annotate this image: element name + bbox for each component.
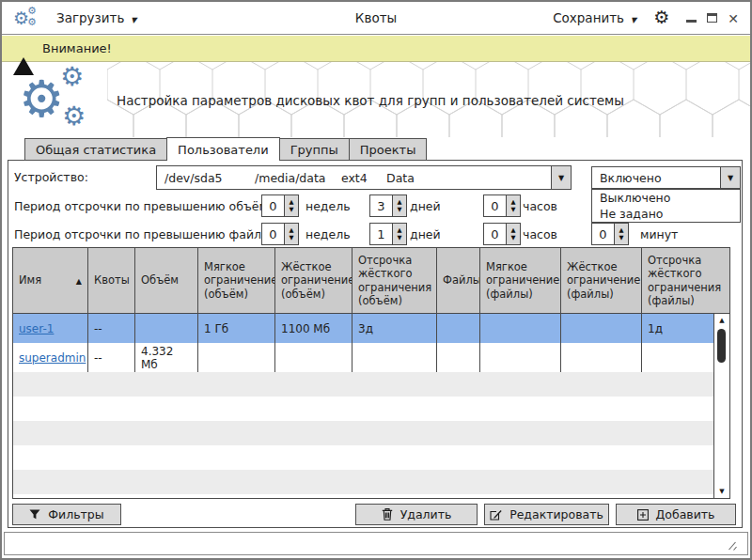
warning-banner: ! Внимание! — [2, 36, 750, 62]
settings-gear-icon[interactable] — [653, 8, 669, 27]
delete-button-label: Удалить — [400, 507, 452, 521]
column-header-volume[interactable]: Объём — [135, 248, 198, 313]
spinner-arrows[interactable] — [284, 224, 298, 244]
volume-hours-spinner[interactable]: 0 — [483, 194, 521, 217]
gear-icon — [19, 74, 64, 125]
column-header-quotas[interactable]: Квоты — [88, 248, 135, 313]
column-header-name[interactable]: Имя — [13, 248, 88, 313]
volume-days-spinner[interactable]: 3 — [369, 194, 407, 217]
scrollbar-thumb[interactable] — [717, 329, 726, 363]
spinner-arrows[interactable] — [506, 224, 520, 244]
spinner-arrows[interactable] — [284, 195, 298, 216]
files-hours-spinner[interactable]: 0 — [483, 223, 521, 245]
column-header-grace-files[interactable]: Отсрочка жёсткого ограничения (файлы) — [642, 248, 729, 313]
down-arrow-icon[interactable] — [511, 207, 516, 213]
dropdown-option-unset[interactable]: Не задано — [592, 206, 740, 222]
cell-grace-files: 1д — [642, 314, 713, 343]
save-menu-button[interactable]: Сохранить — [553, 10, 636, 25]
spinner-arrows[interactable] — [392, 195, 406, 216]
tab-groups[interactable]: Группы — [279, 138, 350, 161]
tab-general-statistics[interactable]: Общая статистика — [24, 138, 167, 161]
up-arrow-icon[interactable] — [290, 227, 294, 234]
column-header-label: Объём — [141, 273, 179, 287]
cell-name: user-1 — [13, 314, 88, 343]
minimize-icon[interactable] — [686, 20, 697, 23]
spinner-value: 0 — [262, 224, 284, 244]
up-arrow-icon[interactable] — [511, 199, 516, 206]
load-menu-button[interactable]: Загрузить — [56, 10, 137, 25]
vertical-scrollbar[interactable] — [713, 314, 729, 498]
column-header-soft-volume[interactable]: Мягкое ограничение (объём) — [198, 248, 275, 313]
table-row-superadmin[interactable]: superadmin -- 4.332 Мб — [13, 343, 713, 372]
volume-weeks-spinner[interactable]: 0 — [261, 194, 299, 217]
up-arrow-icon[interactable] — [398, 227, 402, 234]
gear-icon — [27, 17, 37, 27]
device-label: Устройство: — [14, 170, 88, 184]
down-arrow-icon[interactable] — [398, 235, 402, 241]
up-arrow-icon[interactable] — [511, 227, 516, 234]
up-arrow-icon[interactable] — [619, 227, 624, 234]
down-arrow-icon[interactable] — [511, 235, 516, 241]
files-days-spinner[interactable]: 1 — [369, 223, 407, 245]
down-arrow-icon[interactable] — [619, 235, 624, 241]
up-arrow-icon[interactable] — [398, 199, 402, 206]
tab-users[interactable]: Пользователи — [166, 137, 280, 161]
scroll-up-icon[interactable] — [714, 317, 729, 324]
close-icon[interactable] — [728, 9, 739, 27]
add-button-label: Добавить — [656, 507, 715, 521]
chevron-down-icon — [631, 10, 636, 25]
cell-grace-files — [642, 343, 713, 372]
funnel-icon — [29, 509, 40, 520]
chevron-down-icon[interactable] — [720, 167, 740, 188]
maximize-icon[interactable] — [707, 13, 717, 23]
delete-button[interactable]: Удалить — [355, 504, 478, 525]
cell-grace-volume — [352, 343, 437, 372]
files-weeks-spinner[interactable]: 0 — [261, 223, 299, 245]
cell-hard-files — [561, 314, 642, 343]
column-header-label: Мягкое ограничение (объём) — [204, 260, 275, 301]
scroll-down-icon[interactable] — [714, 488, 729, 495]
empty-row — [13, 421, 713, 445]
device-select-value: /dev/sda5 /media/data ext4 Data — [157, 166, 551, 189]
quota-state-select[interactable]: Включено — [591, 166, 741, 189]
column-header-soft-files[interactable]: Мягкое ограничение (файлы) — [480, 248, 561, 313]
column-header-hard-volume[interactable]: Жёсткое ограничение (объём) — [275, 248, 352, 313]
cell-hard-files — [561, 343, 642, 372]
up-arrow-icon[interactable] — [290, 199, 294, 206]
weeks-unit-label: недель — [306, 199, 351, 213]
user-link[interactable]: superadmin — [19, 351, 86, 365]
column-header-hard-files[interactable]: Жёсткое ограничение (файлы) — [561, 248, 642, 313]
down-arrow-icon[interactable] — [290, 207, 294, 213]
device-path: /dev/sda5 — [164, 171, 255, 185]
down-arrow-icon[interactable] — [290, 235, 294, 241]
resize-grip-icon[interactable] — [726, 540, 738, 552]
device-mountpoint: /media/data — [255, 171, 341, 185]
cell-soft-volume: 1 Гб — [198, 314, 275, 343]
status-bar — [4, 532, 748, 555]
cell-soft-volume — [198, 343, 275, 372]
chevron-down-icon[interactable] — [551, 166, 571, 189]
plus-square-icon — [637, 509, 649, 521]
files-minutes-spinner[interactable]: 0 — [591, 223, 629, 245]
spinner-arrows[interactable] — [506, 195, 520, 216]
edit-button[interactable]: Редактировать — [484, 504, 609, 525]
dropdown-option-off[interactable]: Выключено — [592, 190, 740, 206]
empty-row — [13, 372, 713, 397]
column-header-grace-volume[interactable]: Отсрочка жёсткого ограничения (объём) — [352, 248, 437, 313]
grace-volume-label: Период отсрочки по превышению объёма: — [14, 199, 279, 213]
app-logo-gears-icon — [13, 5, 41, 31]
spinner-arrows[interactable] — [392, 224, 406, 244]
add-button[interactable]: Добавить — [616, 504, 736, 525]
user-link[interactable]: user-1 — [19, 322, 54, 335]
tab-projects[interactable]: Проекты — [349, 138, 428, 161]
table-row-user-1[interactable]: user-1 -- 1 Гб 1100 Мб 3д 1д — [13, 314, 713, 343]
column-header-label: Жёсткое ограничение (файлы) — [567, 260, 640, 301]
spinner-arrows[interactable] — [614, 224, 628, 244]
filters-button-label: Фильтры — [48, 507, 103, 521]
load-menu-label: Загрузить — [56, 10, 124, 25]
column-header-files[interactable]: Файлы — [437, 248, 480, 313]
hours-unit-label: часов — [523, 199, 557, 213]
device-select[interactable]: /dev/sda5 /media/data ext4 Data — [156, 165, 572, 190]
filters-button[interactable]: Фильтры — [12, 504, 121, 525]
down-arrow-icon[interactable] — [398, 207, 402, 213]
